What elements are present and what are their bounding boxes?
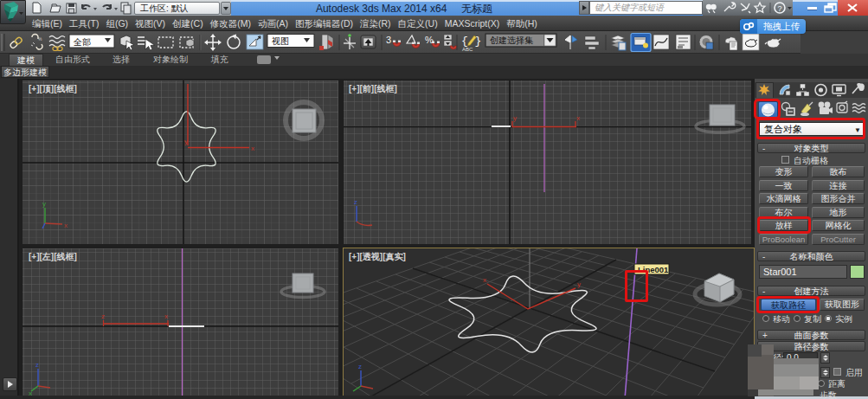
svg-text:z: z [358, 363, 362, 370]
svg-text:x: x [576, 114, 580, 122]
svg-text:x: x [64, 222, 68, 229]
svg-text:x: x [483, 276, 486, 284]
svg-text:z: z [101, 312, 105, 320]
svg-text:x: x [164, 312, 168, 320]
svg-text:y: y [577, 280, 581, 288]
svg-text:x: x [251, 145, 254, 152]
svg-text:z: z [354, 198, 357, 206]
svg-text:y: y [513, 114, 517, 122]
svg-text:y: y [42, 200, 46, 208]
svg-text:x: x [29, 389, 32, 397]
svg-text:y: y [184, 138, 188, 145]
svg-text:z: z [35, 361, 39, 369]
